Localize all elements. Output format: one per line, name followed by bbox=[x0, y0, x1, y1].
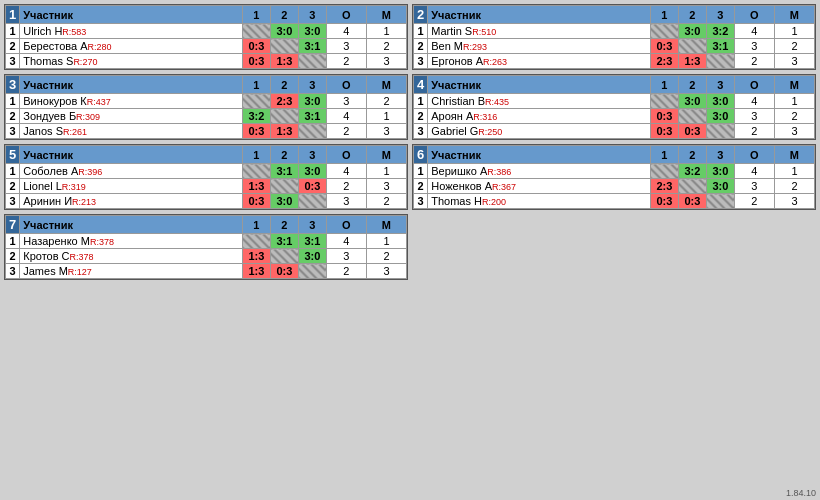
group-2-row-0-m: 1 bbox=[774, 24, 814, 39]
group-4-header-2: 2 bbox=[678, 76, 706, 94]
group-2-row-0-name: Martin S bbox=[431, 25, 472, 37]
group-6-row-2-score-0: 0:3 bbox=[650, 194, 678, 209]
group-4-row-2-score-0: 0:3 bbox=[650, 124, 678, 139]
group-1-row-2-name: Thomas S bbox=[23, 55, 73, 67]
group-2-row-2-name: Ергонов А bbox=[431, 55, 483, 67]
group-7-row-2-score-0: 1:3 bbox=[242, 264, 270, 279]
group-1-row-0-name: Ulrich H bbox=[23, 25, 62, 37]
group-3-header-0: Участник bbox=[20, 76, 243, 94]
group-7-row-0-o: 4 bbox=[326, 234, 366, 249]
group-7-row-1-participant: Кротов СR:378 bbox=[20, 249, 243, 264]
group-1-row-2-score-2 bbox=[298, 54, 326, 69]
group-5-row-0-m: 1 bbox=[366, 164, 406, 179]
group-5-header-1: 1 bbox=[242, 146, 270, 164]
group-5-row-0-o: 4 bbox=[326, 164, 366, 179]
group-1-row-0-participant: Ulrich HR:583 bbox=[20, 24, 243, 39]
group-5-row-0-score-0 bbox=[242, 164, 270, 179]
group-3-row-0-o: 3 bbox=[326, 94, 366, 109]
group-1-header-5: М bbox=[366, 6, 406, 24]
group-4-row-1-o: 3 bbox=[734, 109, 774, 124]
group-3-row-2-m: 3 bbox=[366, 124, 406, 139]
group-1-row-1-score-0: 0:3 bbox=[242, 39, 270, 54]
group-5-header-4: О bbox=[326, 146, 366, 164]
group-2-header-0: Участник bbox=[428, 6, 651, 24]
group-4-row-1-m: 2 bbox=[774, 109, 814, 124]
group-3-row-0-rating: R:437 bbox=[87, 97, 111, 107]
group-4-table: 4Участник123ОМ1Christian BR:4353:03:0412… bbox=[413, 75, 815, 139]
group-7-row-2-name: James M bbox=[23, 265, 68, 277]
group-7-row-1-rating: R:378 bbox=[70, 252, 94, 262]
group-6-header-4: О bbox=[734, 146, 774, 164]
group-2-row-1-name: Ben M bbox=[431, 40, 463, 52]
group-4-row-2-m: 3 bbox=[774, 124, 814, 139]
group-3-row-0-score-0 bbox=[242, 94, 270, 109]
group-2-row-0-score-1: 3:0 bbox=[678, 24, 706, 39]
group-7-row-1-m: 2 bbox=[366, 249, 406, 264]
group-5-row-2-score-1: 3:0 bbox=[270, 194, 298, 209]
group-6-row-0-rating: R:386 bbox=[487, 167, 511, 177]
group-1: 1Участник123ОМ1Ulrich HR:5833:03:0412Бер… bbox=[4, 4, 408, 70]
group-5-row-0-score-2: 3:0 bbox=[298, 164, 326, 179]
group-7-container: 7Участник123ОМ1Назаренко МR:3783:13:1412… bbox=[4, 214, 408, 280]
group-2-row-0-num: 1 bbox=[414, 24, 428, 39]
group-4-row-2-num: 3 bbox=[414, 124, 428, 139]
group-3-row-2-score-1: 1:3 bbox=[270, 124, 298, 139]
group-5-header-2: 2 bbox=[270, 146, 298, 164]
group-6-row-1-num: 2 bbox=[414, 179, 428, 194]
group-4-row-0-o: 4 bbox=[734, 94, 774, 109]
group-6-number: 6 bbox=[414, 146, 428, 164]
group-2-row-1-participant: Ben MR:293 bbox=[428, 39, 651, 54]
group-7: 7Участник123ОМ1Назаренко МR:3783:13:1412… bbox=[4, 214, 408, 280]
group-6-row-2-rating: R:200 bbox=[482, 197, 506, 207]
group-6-row-2-m: 3 bbox=[774, 194, 814, 209]
group-7-row-1-score-2: 3:0 bbox=[298, 249, 326, 264]
group-4-row-0-rating: R:435 bbox=[485, 97, 509, 107]
group-7-row-2-participant: James MR:127 bbox=[20, 264, 243, 279]
group-4-row-2-score-2 bbox=[706, 124, 734, 139]
group-7-header-1: 1 bbox=[242, 216, 270, 234]
group-1-row-2-rating: R:270 bbox=[73, 57, 97, 67]
group-4-row-0-participant: Christian BR:435 bbox=[428, 94, 651, 109]
group-1-row-1-rating: R:280 bbox=[88, 42, 112, 52]
group-6-table: 6Участник123ОМ1Веришко АR:3863:23:0412Но… bbox=[413, 145, 815, 209]
group-2-row-2-o: 2 bbox=[734, 54, 774, 69]
group-3-row-1-score-1 bbox=[270, 109, 298, 124]
group-3-row-2: 3Janos SR:2610:31:323 bbox=[6, 124, 407, 139]
group-3-row-1-score-2: 3:1 bbox=[298, 109, 326, 124]
group-7-table: 7Участник123ОМ1Назаренко МR:3783:13:1412… bbox=[5, 215, 407, 279]
group-6-row-2-o: 2 bbox=[734, 194, 774, 209]
group-6-row-2-num: 3 bbox=[414, 194, 428, 209]
group-2-row-1-o: 3 bbox=[734, 39, 774, 54]
group-4-row-2: 3Gabriel GR:2500:30:323 bbox=[414, 124, 815, 139]
group-5-row-1-num: 2 bbox=[6, 179, 20, 194]
group-3-row-2-name: Janos S bbox=[23, 125, 63, 137]
group-1-header-3: 3 bbox=[298, 6, 326, 24]
group-1-row-0: 1Ulrich HR:5833:03:041 bbox=[6, 24, 407, 39]
group-6: 6Участник123ОМ1Веришко АR:3863:23:0412Но… bbox=[412, 144, 816, 210]
group-2-row-1-score-0: 0:3 bbox=[650, 39, 678, 54]
bottom-row: 7Участник123ОМ1Назаренко МR:3783:13:1412… bbox=[4, 214, 816, 280]
group-6-header-5: М bbox=[774, 146, 814, 164]
group-4-header-4: О bbox=[734, 76, 774, 94]
group-3-header-2: 2 bbox=[270, 76, 298, 94]
group-7-row-0-num: 1 bbox=[6, 234, 20, 249]
group-5-row-2-score-0: 0:3 bbox=[242, 194, 270, 209]
group-2-row-1-m: 2 bbox=[774, 39, 814, 54]
group-7-row-1-score-1 bbox=[270, 249, 298, 264]
group-6-row-1-score-0: 2:3 bbox=[650, 179, 678, 194]
group-2-row-0-rating: R:510 bbox=[472, 27, 496, 37]
group-1-row-2-participant: Thomas SR:270 bbox=[20, 54, 243, 69]
group-4-row-1-num: 2 bbox=[414, 109, 428, 124]
group-5-header-3: 3 bbox=[298, 146, 326, 164]
group-1-row-0-score-2: 3:0 bbox=[298, 24, 326, 39]
group-4-header-5: М bbox=[774, 76, 814, 94]
group-2: 2Участник123ОМ1Martin SR:5103:03:2412Ben… bbox=[412, 4, 816, 70]
group-2-row-1-score-2: 3:1 bbox=[706, 39, 734, 54]
group-7-header-4: О bbox=[326, 216, 366, 234]
group-1-row-0-score-0 bbox=[242, 24, 270, 39]
group-3-row-0-score-1: 2:3 bbox=[270, 94, 298, 109]
group-5-row-2: 3Аринин ИR:2130:33:032 bbox=[6, 194, 407, 209]
group-7-header-2: 2 bbox=[270, 216, 298, 234]
group-1-row-2-o: 2 bbox=[326, 54, 366, 69]
group-1-row-1-num: 2 bbox=[6, 39, 20, 54]
